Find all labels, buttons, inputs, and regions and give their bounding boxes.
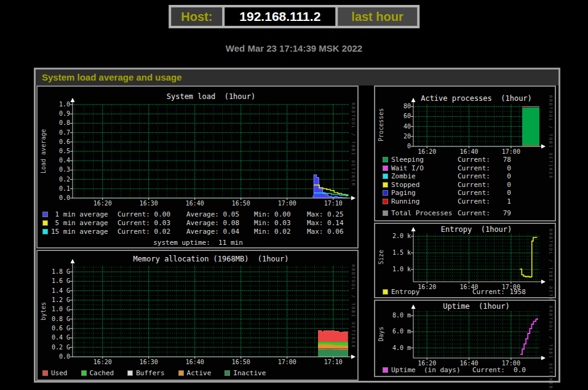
legend-key: Current:	[458, 181, 490, 189]
chart-canvas	[413, 311, 539, 358]
legend-stat: Min: 0.02	[254, 228, 307, 236]
legend-swatch	[383, 190, 388, 196]
section-title: System load average and usage	[36, 70, 558, 86]
legend-swatch	[383, 173, 388, 179]
legend-swatch	[127, 370, 133, 376]
y-tick-label: 20	[384, 133, 411, 140]
legend-stat: Min: 0.00	[254, 210, 307, 218]
x-axis-arrow	[541, 356, 546, 360]
legend-stat: Min: 0.03	[254, 219, 307, 227]
x-tick-label: 16:20	[411, 360, 443, 367]
legend-stat: Average: 0.05	[186, 210, 254, 218]
y-tick-label: 0.3	[43, 166, 70, 173]
y-tick-label: 2.0 k	[384, 233, 411, 239]
x-tick-label: 16:20	[411, 284, 443, 290]
legend-swatch	[42, 220, 48, 226]
y-tick-label: 0.5	[43, 148, 70, 154]
chart-legend: 1 min averageCurrent: 0.00Average: 0.05M…	[42, 210, 354, 247]
legend-stat: Current: 0.03	[117, 219, 186, 227]
legend-stat: Average: 0.04	[186, 228, 254, 236]
legend-swatch	[178, 370, 184, 376]
legend-value: 0	[490, 181, 511, 189]
x-tick-label: 17:00	[495, 148, 527, 155]
x-axis-arrow	[351, 196, 356, 201]
legend-swatch	[383, 199, 388, 204]
legend-key: Current:	[472, 366, 505, 374]
y-tick-label: 1.4 G	[43, 287, 70, 294]
legend-swatch	[81, 370, 87, 376]
chart-legend: UsedCachedBuffersActiveInactive	[42, 368, 354, 378]
legend-label: Buffers	[136, 369, 164, 377]
x-axis-arrow	[541, 145, 546, 149]
uptime-panel: Uptime (1hour) Days Uptime (in days)Curr…	[374, 300, 556, 377]
chart-title: Active processes (1hour)	[413, 94, 539, 103]
page-background: { "header": { "host_label": "Host:", "ho…	[0, 0, 588, 390]
legend-row: ZombieCurrent:0	[383, 172, 550, 181]
rrdtool-watermark: RRDTOOL / TOBI OETIKER	[548, 95, 553, 180]
chart-title: Entropy (1hour)	[413, 225, 539, 234]
legend-row: Wait I/OCurrent:0	[383, 164, 550, 173]
rrdtool-watermark: RRDTOOL / TOBI OETIKER	[351, 103, 356, 187]
host-label: Host:	[171, 7, 222, 26]
chart-legend: SleepingCurrent:78Wait I/OCurrent:0Zombi…	[383, 156, 550, 218]
host-value-field[interactable]: 192.168.111.2	[224, 7, 335, 26]
legend-value: 0	[490, 189, 511, 197]
legend-label: Sleeping	[391, 156, 458, 164]
y-tick-label: 0.7	[43, 129, 70, 136]
legend-label: Uptime (in days)	[391, 366, 472, 374]
legend-swatch	[383, 157, 388, 162]
x-tick-label: 16:40	[453, 360, 485, 367]
legend-swatch	[42, 370, 48, 376]
y-tick-label: 4.0 m	[384, 344, 411, 351]
y-tick-label: 1.0 G	[43, 306, 70, 312]
y-tick-label: 0.9	[43, 110, 70, 117]
legend-swatch	[383, 210, 388, 216]
x-tick-label: 17:00	[271, 200, 303, 207]
legend-label: Used	[51, 369, 68, 377]
time-range-button[interactable]: last hour	[338, 7, 416, 26]
legend-key: Current:	[458, 164, 490, 172]
system-load-section: System load average and usage System loa…	[34, 68, 560, 383]
legend-value: 78	[490, 156, 511, 164]
legend-row: SleepingCurrent:78	[383, 156, 550, 164]
y-tick-label: 40	[384, 123, 411, 130]
y-tick-label: 0.6	[43, 138, 70, 145]
legend-key: Current:	[458, 172, 490, 180]
x-tick-label: 16:20	[411, 148, 443, 155]
y-tick-label: 0.6 G	[43, 325, 70, 332]
chart-title: Memory allocation (1968MB) (1hour)	[73, 255, 349, 263]
legend-label: Zombie	[391, 172, 458, 180]
legend-label: Running	[391, 197, 458, 205]
x-tick-label: 16:30	[133, 200, 165, 207]
series-Inactive	[318, 349, 348, 357]
legend-row: PagingCurrent:0	[383, 189, 550, 197]
x-tick-label: 16:40	[179, 200, 211, 207]
legend-label: Inactive	[233, 369, 266, 377]
y-tick-label: 0.8	[43, 119, 70, 126]
y-tick-label: 0.0	[43, 194, 70, 201]
current-datetime: Wed Mar 23 17:14:39 MSK 2022	[0, 43, 588, 54]
y-tick-label: 0.0	[43, 353, 70, 360]
x-tick-label: 16:50	[225, 200, 257, 207]
legend-stat: Current: 0.02	[117, 228, 186, 236]
active-processes-panel: Active processes (1hour) Processes Sleep…	[374, 86, 556, 221]
legend-value: 1	[490, 197, 511, 205]
entropy-panel: Entropy (1hour) Size EntropyCurrent:1958…	[374, 223, 556, 298]
x-tick-label: 17:10	[317, 200, 349, 207]
x-tick-label: 16:50	[225, 359, 257, 365]
legend-stat: Max: 0.25	[307, 210, 344, 218]
x-tick-label: 16:40	[179, 359, 211, 365]
legend-key: Current:	[458, 209, 490, 217]
y-tick-label: 0	[384, 143, 411, 149]
chart-plot-area	[73, 266, 349, 357]
y-tick-label: 0.2	[43, 176, 70, 183]
y-tick-label: 1.5 k	[384, 249, 411, 256]
host-bar: Host: 192.168.111.2 last hour	[169, 5, 419, 28]
chart-canvas	[413, 105, 539, 146]
memory-panel: Memory allocation (1968MB) (1hour) bytes…	[36, 250, 359, 381]
y-tick-label: 1.0 k	[384, 266, 411, 273]
x-tick-label: 16:40	[453, 284, 485, 290]
x-tick-label: 17:00	[271, 359, 303, 365]
legend-row: Total ProcessesCurrent:79	[383, 209, 550, 218]
legend-stat: Current: 0.00	[117, 210, 186, 218]
